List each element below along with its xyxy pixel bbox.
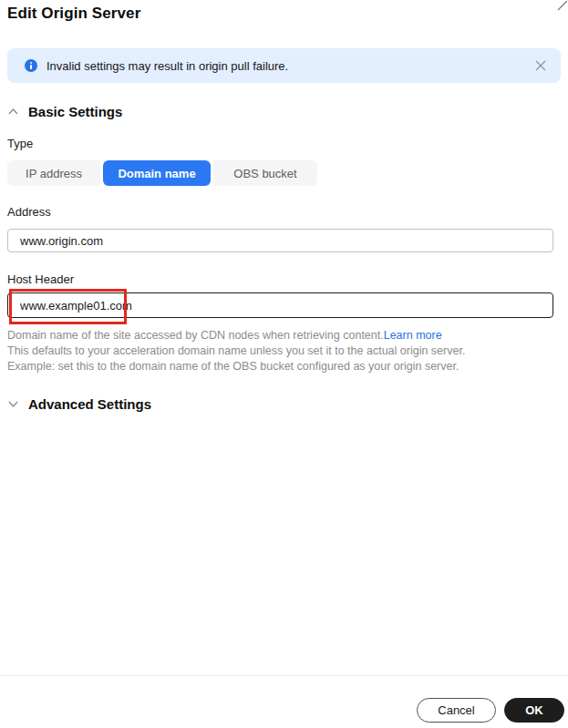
host-header-help: Domain name of the site accessed by CDN … [7, 328, 465, 374]
type-label: Type [7, 137, 33, 150]
address-label: Address [7, 205, 51, 219]
cancel-button[interactable]: Cancel [417, 698, 496, 723]
advanced-settings-label: Advanced Settings [28, 396, 151, 412]
address-input[interactable] [7, 229, 553, 252]
close-icon[interactable] [557, 0, 568, 11]
help-line-3: Example: set this to the domain name of … [7, 359, 465, 374]
info-icon [25, 59, 37, 72]
page-title: Edit Origin Server [7, 5, 140, 23]
host-header-input[interactable] [7, 292, 553, 318]
type-segmented-control: IP address Domain name OBS bucket [7, 160, 317, 186]
help-line-1: Domain name of the site accessed by CDN … [7, 328, 465, 343]
ok-button[interactable]: OK [504, 698, 564, 723]
type-option-ip-address[interactable]: IP address [7, 160, 100, 186]
chevron-down-icon [7, 398, 19, 410]
edit-origin-server-dialog: Edit Origin Server Invalid settings may … [0, 0, 568, 728]
learn-more-link[interactable]: Learn more [384, 329, 442, 342]
type-option-domain-name[interactable]: Domain name [103, 160, 211, 186]
host-header-label: Host Header [7, 272, 74, 286]
help-line-2: This defaults to your acceleration domai… [7, 343, 465, 359]
info-banner: Invalid settings may result in origin pu… [7, 48, 561, 83]
help-line-1-text: Domain name of the site accessed by CDN … [7, 329, 384, 342]
footer-divider [0, 675, 568, 676]
banner-close-icon[interactable] [534, 59, 547, 72]
basic-settings-toggle[interactable]: Basic Settings [7, 104, 122, 119]
chevron-up-icon [7, 106, 19, 118]
banner-message: Invalid settings may result in origin pu… [46, 59, 288, 73]
basic-settings-label: Basic Settings [28, 104, 122, 119]
advanced-settings-toggle[interactable]: Advanced Settings [7, 396, 151, 412]
type-option-obs-bucket[interactable]: OBS bucket [213, 160, 317, 186]
